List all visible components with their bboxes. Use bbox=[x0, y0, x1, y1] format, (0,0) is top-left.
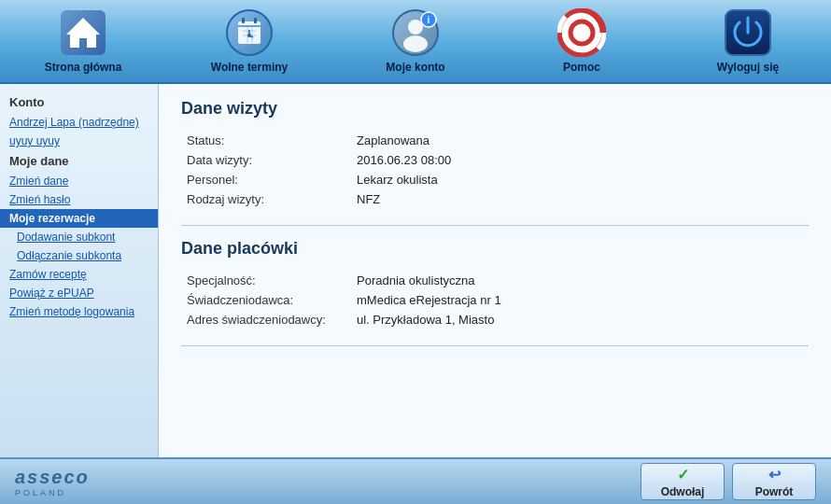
clock-icon bbox=[225, 8, 274, 57]
header: Strona główna bbox=[0, 0, 831, 84]
nav-account-label: Moje konto bbox=[386, 61, 444, 74]
power-icon bbox=[724, 8, 772, 57]
facility-value-2: ul. Przykładowa 1, Miasto bbox=[353, 311, 807, 329]
visit-row: Rodzaj wizyty:NFZ bbox=[183, 190, 807, 208]
sidebar: Konto Andrzej Lapa (nadrzędne) uyuy uyuy… bbox=[0, 84, 159, 457]
nav-home[interactable]: Strona główna bbox=[27, 1, 139, 81]
svg-rect-6 bbox=[254, 18, 257, 23]
cancel-label: Odwołaj bbox=[661, 485, 705, 498]
facility-row: Specjalność:Poradnia okulistyczna bbox=[183, 272, 807, 289]
sidebar-item-user[interactable]: Andrzej Lapa (nadrzędne) bbox=[0, 113, 158, 132]
facility-label-2: Adres świadczeniodawcy: bbox=[183, 311, 351, 329]
nav-help[interactable]: Pomoc bbox=[526, 1, 638, 81]
sidebar-item-zamow-recepte[interactable]: Zamów receptę bbox=[0, 265, 158, 284]
visit-section-title: Dane wizyty bbox=[181, 99, 809, 119]
nav-home-label: Strona główna bbox=[45, 61, 122, 74]
facility-info-table: Specjalność:Poradnia okulistycznaŚwiadcz… bbox=[181, 270, 809, 330]
footer: asseco POLAND ✓ Odwołaj ↩ Powrót bbox=[0, 457, 831, 504]
sidebar-item-subuser[interactable]: uyuy uyuy bbox=[0, 132, 158, 150]
facility-value-1: mMedica eRejestracja nr 1 bbox=[353, 291, 807, 309]
back-label: Powrót bbox=[755, 485, 794, 498]
visit-value-1: 2016.06.23 08:00 bbox=[353, 151, 807, 169]
visit-value-3: NFZ bbox=[353, 190, 807, 208]
house-icon bbox=[59, 8, 107, 57]
visit-info-table: Status:ZaplanowanaData wizyty:2016.06.23… bbox=[181, 130, 809, 210]
sidebar-item-dodawanie-subkont[interactable]: Dodawanie subkont bbox=[0, 228, 158, 246]
visit-label-3: Rodzaj wizyty: bbox=[183, 190, 351, 208]
logo-main: asseco bbox=[15, 467, 90, 488]
content-area: Dane wizyty Status:ZaplanowanaData wizyt… bbox=[159, 84, 831, 457]
nav-logout[interactable]: Wyloguj się bbox=[692, 1, 804, 81]
svg-rect-5 bbox=[242, 18, 245, 23]
sidebar-item-zmien-dane[interactable]: Zmień dane bbox=[0, 172, 158, 190]
sidebar-item-powiaz-epuap[interactable]: Powiąż z ePUAP bbox=[0, 284, 158, 302]
nav-help-label: Pomoc bbox=[563, 61, 600, 74]
sidebar-item-zmien-haslo[interactable]: Zmień hasło bbox=[0, 190, 158, 209]
section-divider-1 bbox=[181, 225, 809, 226]
facility-label-1: Świadczeniodawca: bbox=[183, 291, 351, 309]
svg-point-20 bbox=[570, 21, 593, 44]
lifebuoy-icon bbox=[557, 8, 606, 57]
facility-row: Świadczeniodawca:mMedica eRejestracja nr… bbox=[183, 291, 807, 309]
facility-section-title: Dane placówki bbox=[181, 239, 809, 259]
sidebar-item-moje-rezerwacje[interactable]: Moje rezerwacje bbox=[0, 209, 158, 228]
sidebar-item-zmien-metode[interactable]: Zmień metodę logowania bbox=[0, 302, 158, 321]
section-divider-2 bbox=[181, 345, 809, 346]
footer-buttons: ✓ Odwołaj ↩ Powrót bbox=[641, 463, 816, 500]
facility-row: Adres świadczeniodawcy:ul. Przykładowa 1… bbox=[183, 311, 807, 329]
main-container: Konto Andrzej Lapa (nadrzędne) uyuy uyuy… bbox=[0, 84, 831, 457]
check-icon: ✓ bbox=[677, 466, 689, 483]
back-button[interactable]: ↩ Powrót bbox=[732, 463, 816, 500]
footer-logo: asseco POLAND bbox=[15, 467, 90, 497]
svg-point-16 bbox=[403, 35, 428, 52]
visit-label-1: Data wizyty: bbox=[183, 151, 351, 169]
facility-value-0: Poradnia okulistyczna bbox=[353, 272, 807, 289]
visit-value-0: Zaplanowana bbox=[353, 132, 807, 149]
svg-text:i: i bbox=[428, 15, 430, 25]
visit-value-2: Lekarz okulista bbox=[353, 171, 807, 189]
sidebar-section-konto: Konto bbox=[0, 91, 158, 113]
sidebar-section-moje-dane: Moje dane bbox=[0, 150, 158, 172]
visit-row: Status:Zaplanowana bbox=[183, 132, 807, 149]
person-icon: i bbox=[391, 8, 440, 57]
back-icon: ↩ bbox=[768, 466, 781, 483]
nav-calendar[interactable]: Wolne terminy bbox=[193, 1, 305, 81]
visit-row: Data wizyty:2016.06.23 08:00 bbox=[183, 151, 807, 169]
visit-label-0: Status: bbox=[183, 132, 351, 149]
facility-label-0: Specjalność: bbox=[183, 272, 351, 289]
nav-logout-label: Wyloguj się bbox=[717, 61, 779, 74]
cancel-button[interactable]: ✓ Odwołaj bbox=[641, 463, 725, 500]
nav-calendar-label: Wolne terminy bbox=[211, 61, 288, 74]
visit-label-2: Personel: bbox=[183, 171, 351, 189]
sidebar-item-odlaczanie-subkonta[interactable]: Odłączanie subkonta bbox=[0, 246, 158, 265]
nav-account[interactable]: i Moje konto bbox=[359, 1, 472, 81]
logo-sub: POLAND bbox=[15, 488, 66, 497]
visit-row: Personel:Lekarz okulista bbox=[183, 171, 807, 189]
